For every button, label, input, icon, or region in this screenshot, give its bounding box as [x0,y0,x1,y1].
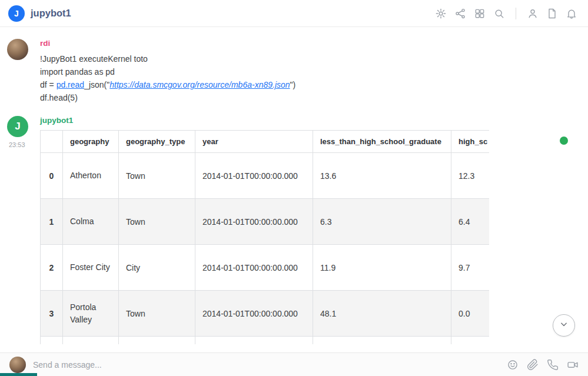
message-input[interactable] [33,360,507,370]
cell-year: 2014-01-01T00:00:00.000 [195,199,313,245]
column-header-year: year [195,131,313,153]
scroll-to-bottom-button[interactable] [553,314,575,337]
table-row-partial [41,337,490,345]
members-icon[interactable] [527,8,539,19]
cell-year: 2014-01-01T00:00:00.000 [195,291,313,337]
table-row: 1 Colma Town 2014-01-01T00:00:00.000 6.3… [41,199,490,245]
gear-icon[interactable] [435,8,447,19]
message-timestamp: 23:53 [7,141,28,148]
avatar-jupybot1[interactable]: J [7,116,28,137]
cell-index: 1 [41,199,63,245]
code-text: ") [290,80,296,89]
message-line: import pandas as pd [40,65,588,78]
table-header-row: geography geography_type year less_than_… [41,131,490,153]
message-line-code: df = pd.read_json("https://data.smcgov.o… [40,78,588,91]
message-rdi: rdi !JupyBot1 executeKernel toto import … [0,38,588,104]
cell-year: 2014-01-01T00:00:00.000 [195,153,313,199]
composer-actions [507,359,579,371]
cell-index: 0 [41,153,63,199]
message-jupybot1: J 23:53 jupybot1 geography [0,115,588,344]
cell-geography: Portola Valley [63,291,119,337]
cell-year: 2014-01-01T00:00:00.000 [195,245,313,291]
column-header-geography-type: geography_type [119,131,195,153]
cell-high-school: 6.4 [451,199,490,245]
cell-geography: Foster City [63,245,119,291]
column-header-geography: geography [63,131,119,153]
cell-geography: Colma [63,199,119,245]
dataset-url-link[interactable]: https://data.smcgov.org/resource/mb6a-xn… [109,80,290,89]
bottom-left-accent [0,373,37,376]
share-icon[interactable] [454,8,466,19]
dataframe-table-container[interactable]: geography geography_type year less_than_… [40,130,489,344]
table-row: 0 Atherton Town 2014-01-01T00:00:00.000 … [41,153,490,199]
cell-less-than-hs: 6.3 [313,199,451,245]
cell-high-school: 9.7 [451,245,490,291]
cell-less-than-hs: 11.9 [313,245,451,291]
cell-geography-type: Town [119,199,195,245]
files-icon[interactable] [546,8,558,19]
column-header-less-than-hs: less_than_high_school_graduate [313,131,451,153]
unread-indicator-badge [560,137,568,145]
avatar-rdi[interactable] [7,39,28,60]
cell-geography-type: Town [119,153,195,199]
table-row: 3 Portola Valley Town 2014-01-01T00:00:0… [41,291,490,337]
column-header-high-school: high_sc [451,131,490,153]
chevron-down-icon [558,318,570,332]
cell-high-school: 12.3 [451,153,490,199]
header-divider [516,8,516,19]
message-body-jupybot1: jupybot1 geography geography_type [40,115,588,344]
message-composer [0,352,588,376]
cell-geography-type: City [119,245,195,291]
message-line: !JupyBot1 executeKernel toto [40,52,588,65]
code-text: df = [40,80,57,89]
video-camera-icon[interactable] [567,359,579,371]
cell-high-school: 0.0 [451,291,490,337]
app-window: J jupybot1 [0,0,588,376]
channel-header: J jupybot1 [0,0,588,27]
emoji-icon[interactable] [507,359,519,371]
channel-avatar[interactable]: J [8,5,25,22]
pd-read-link[interactable]: pd.read [57,80,84,89]
paperclip-icon[interactable] [527,359,539,371]
column-header-index [41,131,63,153]
cell-index: 3 [41,291,63,337]
message-list[interactable]: rdi !JupyBot1 executeKernel toto import … [0,27,588,352]
cell-geography: Atherton [63,153,119,199]
channel-title[interactable]: jupybot1 [31,8,71,19]
cell-less-than-hs: 13.6 [313,153,451,199]
apps-grid-icon[interactable] [474,8,486,19]
header-actions [435,8,577,19]
current-user-avatar[interactable] [9,357,26,373]
dataframe-table: geography geography_type year less_than_… [40,130,489,344]
cell-geography-type: Town [119,291,195,337]
cell-index: 2 [41,245,63,291]
message-body-rdi: rdi !JupyBot1 executeKernel toto import … [40,38,588,104]
search-icon[interactable] [493,8,505,19]
cell-less-than-hs: 48.1 [313,291,451,337]
table-row: 2 Foster City City 2014-01-01T00:00:00.0… [41,245,490,291]
code-text: _json(" [84,80,109,89]
phone-icon[interactable] [547,359,559,371]
bell-icon[interactable] [566,8,577,19]
username-rdi[interactable]: rdi [40,39,50,48]
username-jupybot1[interactable]: jupybot1 [40,116,73,125]
message-line: df.head(5) [40,91,588,104]
